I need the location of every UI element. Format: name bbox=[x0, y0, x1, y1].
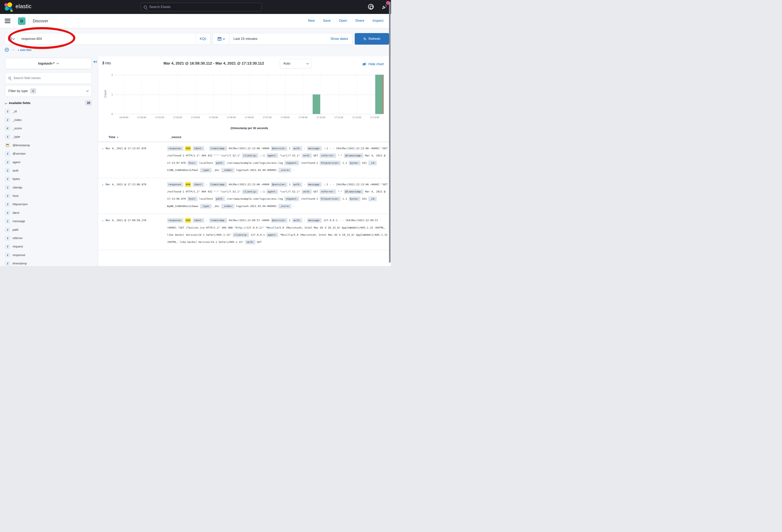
query-language-button[interactable]: KQL bbox=[196, 34, 210, 44]
field-item-message[interactable]: tmessage bbox=[0, 217, 98, 225]
field-item-_score[interactable]: #_score bbox=[0, 124, 98, 132]
histogram-chart[interactable]: 012 bbox=[115, 75, 384, 114]
action-open[interactable]: Open bbox=[339, 19, 347, 23]
field-item-bytes[interactable]: tbytes bbox=[0, 175, 98, 183]
field-value: "-" bbox=[338, 190, 342, 193]
field-item-referrer[interactable]: treferrer bbox=[0, 234, 98, 242]
field-label: _type: bbox=[200, 168, 212, 173]
field-value: GET bbox=[257, 240, 261, 243]
field-label: request: bbox=[284, 196, 299, 201]
query-section: response:404 KQL Last 15 minutes Show da… bbox=[0, 28, 391, 56]
hits-bar: 3 hits Mar 4, 2021 @ 16:58:30.112 - Mar … bbox=[98, 56, 391, 70]
field-item-_index[interactable]: t_index bbox=[0, 116, 98, 124]
document-row: ›Mar 4, 2021 @ 17:09:58.278response:404i… bbox=[98, 214, 391, 250]
help-icon[interactable] bbox=[368, 4, 374, 9]
field-value: 432 bbox=[362, 161, 367, 164]
interval-select[interactable]: Auto bbox=[280, 59, 312, 68]
string-type-icon: t bbox=[5, 168, 10, 173]
field-item-@version[interactable]: t@version bbox=[0, 149, 98, 158]
y-tick-label: 1 bbox=[107, 93, 113, 96]
field-label: clientip: bbox=[242, 189, 258, 194]
index-pattern-select[interactable]: logstash-* bbox=[5, 58, 92, 69]
string-type-icon: t bbox=[5, 109, 10, 114]
string-type-icon: t bbox=[5, 253, 10, 257]
field-item-httpversion[interactable]: thttpversion bbox=[0, 200, 98, 208]
field-value: - bbox=[293, 205, 295, 207]
field-item-@timestamp[interactable]: @timestamp bbox=[0, 141, 98, 149]
field-name: bytes bbox=[12, 177, 20, 181]
field-value: GET bbox=[313, 154, 318, 157]
field-label: @timestamp: bbox=[344, 153, 363, 158]
query-input[interactable]: response:404 KQL bbox=[17, 33, 210, 45]
chevron-down-icon bbox=[57, 62, 59, 64]
expand-row-icon[interactable]: › bbox=[98, 217, 106, 246]
elastic-logo-icon[interactable] bbox=[4, 2, 13, 11]
field-label: clientip: bbox=[242, 153, 258, 158]
row-source: response:404ident:-timestamp:04/Mar/2021… bbox=[167, 145, 388, 174]
action-new[interactable]: New bbox=[308, 19, 315, 23]
field-value: - bbox=[304, 147, 306, 150]
sort-desc-icon: ▼ bbox=[117, 136, 119, 139]
field-value: localhost bbox=[199, 161, 213, 164]
add-filter-button[interactable]: + Add filter bbox=[17, 48, 32, 51]
field-label: path: bbox=[215, 196, 225, 201]
divider: — bbox=[11, 48, 15, 51]
date-picker-menu-button[interactable] bbox=[213, 33, 229, 44]
show-dates-button[interactable]: Show dates bbox=[330, 37, 352, 41]
action-inspect[interactable]: Inspect bbox=[372, 19, 383, 23]
field-value: GET bbox=[313, 190, 318, 193]
field-item-request[interactable]: trequest bbox=[0, 242, 98, 251]
field-label: auth: bbox=[292, 218, 302, 223]
field-item-path[interactable]: tpath bbox=[0, 225, 98, 234]
field-item-ident[interactable]: tident bbox=[0, 208, 98, 217]
chevron-down-icon bbox=[222, 37, 225, 40]
field-label: timestamp: bbox=[209, 146, 227, 151]
field-label: auth: bbox=[292, 182, 302, 187]
time-range-value[interactable]: Last 15 minutes bbox=[229, 37, 330, 41]
header-actions: NewSaveOpenShareInspect bbox=[308, 19, 383, 23]
expand-row-icon[interactable]: › bbox=[98, 181, 106, 210]
global-search-input[interactable]: Search Elastic bbox=[141, 3, 261, 11]
field-item-response[interactable]: tresponse bbox=[0, 251, 98, 259]
histogram-bar-17:13:00[interactable] bbox=[375, 75, 383, 114]
x-tick-label: 17:05:00 bbox=[222, 116, 240, 119]
string-type-icon: t bbox=[5, 227, 10, 232]
newsfeed-icon[interactable] bbox=[382, 4, 387, 9]
app-badge[interactable]: D bbox=[18, 17, 26, 25]
hide-chart-button[interactable]: Hide chart bbox=[362, 62, 384, 66]
field-item-_id[interactable]: t_id bbox=[0, 107, 98, 116]
filter-icon[interactable] bbox=[5, 48, 9, 52]
x-tick-label: 17:06:00 bbox=[240, 116, 258, 119]
field-item-auth[interactable]: tauth bbox=[0, 166, 98, 175]
column-header-time[interactable]: Time▼ bbox=[108, 135, 119, 139]
field-item-agent[interactable]: tagent bbox=[0, 158, 98, 166]
calendar-icon bbox=[217, 37, 221, 41]
filter-by-type-select[interactable]: Filter by type 0 bbox=[5, 85, 92, 97]
histogram-bar-17:09:30[interactable] bbox=[313, 94, 320, 114]
string-type-icon: t bbox=[5, 185, 10, 190]
field-label: @version: bbox=[271, 218, 287, 223]
action-save[interactable]: Save bbox=[323, 19, 330, 23]
expand-row-icon[interactable]: › bbox=[98, 145, 106, 174]
collapse-sidebar-icon[interactable] bbox=[93, 60, 97, 65]
scrollbar-thumb[interactable] bbox=[389, 2, 391, 263]
field-label: message: bbox=[307, 146, 322, 151]
field-item-host[interactable]: thost bbox=[0, 192, 98, 200]
field-item-_type[interactable]: t_type bbox=[0, 132, 98, 141]
field-item-clientip[interactable]: tclientip bbox=[0, 183, 98, 192]
row-source: response:404ident:-timestamp:04/Mar/2021… bbox=[167, 217, 388, 246]
search-fields-input[interactable]: Search field names bbox=[5, 72, 92, 84]
search-icon bbox=[144, 6, 147, 8]
field-value: 04/Mar/2021:22:13:06 +0000 bbox=[229, 183, 270, 186]
x-tick-label: 17:11:00 bbox=[330, 116, 348, 119]
refresh-button[interactable]: ↻ Refresh bbox=[355, 33, 389, 45]
results-table-body: ›Mar 4, 2021 @ 17:13:07.876response:404i… bbox=[98, 142, 391, 250]
action-share[interactable]: Share bbox=[355, 19, 364, 23]
menu-icon[interactable] bbox=[5, 19, 10, 24]
string-type-icon: t bbox=[5, 211, 10, 215]
available-fields-header[interactable]: Available fields 20 bbox=[5, 100, 92, 105]
saved-query-menu-button[interactable] bbox=[5, 33, 17, 45]
field-value: "curl/7.52.1" bbox=[280, 154, 300, 157]
page-title: Discover bbox=[33, 19, 48, 23]
field-item-timestamp[interactable]: ttimestamp bbox=[0, 259, 98, 266]
